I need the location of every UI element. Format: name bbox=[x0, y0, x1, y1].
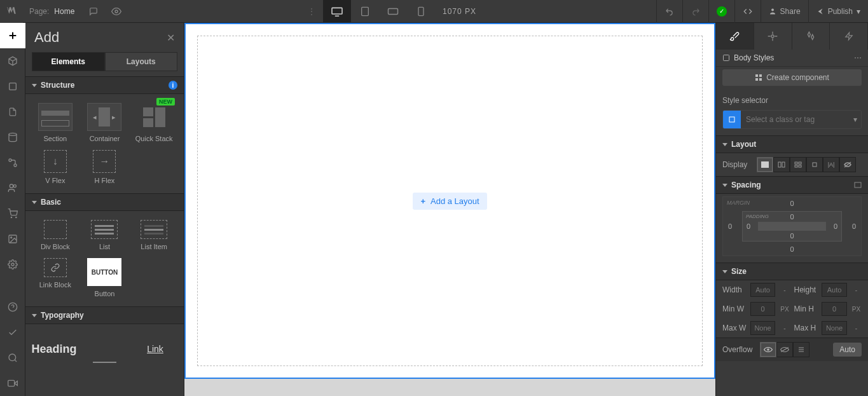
width-input[interactable]: Auto bbox=[750, 283, 776, 297]
code-export-button[interactable] bbox=[734, 0, 761, 23]
item-container[interactable]: ◂▸ Container bbox=[81, 100, 128, 145]
create-component-button[interactable]: Create component bbox=[722, 69, 862, 86]
nav-ecommerce-icon[interactable] bbox=[0, 201, 25, 226]
nav-audit-icon[interactable] bbox=[0, 320, 25, 345]
tab-effects-bolt-icon[interactable] bbox=[830, 23, 868, 50]
svg-point-10 bbox=[9, 133, 17, 135]
breakpoint-desktop-button[interactable] bbox=[323, 0, 351, 23]
info-icon[interactable]: i bbox=[169, 81, 177, 90]
overflow-visible-button[interactable] bbox=[760, 342, 776, 357]
breakpoint-tablet-button[interactable] bbox=[351, 0, 379, 23]
overflow-hidden-button[interactable] bbox=[776, 342, 793, 357]
nav-settings-icon[interactable] bbox=[0, 252, 25, 277]
item-heading[interactable]: Heading bbox=[32, 340, 76, 358]
item-linkblock[interactable]: Link Block bbox=[32, 256, 79, 300]
svg-rect-34 bbox=[761, 161, 769, 168]
display-flex-button[interactable] bbox=[773, 157, 790, 172]
nav-navigator-icon[interactable] bbox=[0, 74, 25, 99]
breakpoint-landscape-button[interactable] bbox=[379, 0, 407, 23]
section-structure[interactable]: Structure i bbox=[25, 76, 184, 94]
item-quickstack[interactable]: NEW Quick Stack bbox=[130, 100, 177, 145]
tab-interactions-drops-icon[interactable] bbox=[792, 23, 830, 50]
maxw-input[interactable]: None bbox=[750, 321, 776, 335]
nav-assets-icon[interactable] bbox=[0, 226, 25, 252]
padding-top-value[interactable]: 0 bbox=[790, 213, 794, 221]
webflow-logo-icon[interactable] bbox=[0, 0, 23, 23]
nav-search-icon[interactable] bbox=[0, 345, 25, 371]
maxh-input[interactable]: None bbox=[822, 321, 847, 335]
class-selector[interactable]: Select a class or tag ▾ bbox=[722, 110, 862, 129]
nav-users-icon[interactable] bbox=[0, 175, 25, 201]
status-indicator[interactable]: ✓ bbox=[708, 0, 734, 23]
spacing-editor[interactable]: MARGIN 0 0 0 0 PADDING 0 0 0 0 bbox=[722, 196, 862, 256]
padding-right-value[interactable]: 0 bbox=[834, 222, 837, 230]
tab-settings-gear-icon[interactable] bbox=[754, 23, 792, 50]
item-divblock[interactable]: Div Block bbox=[32, 217, 79, 253]
publish-button[interactable]: Publish ▾ bbox=[808, 0, 868, 23]
page-name[interactable]: Home bbox=[54, 7, 82, 16]
expand-spacing-icon[interactable] bbox=[854, 182, 862, 188]
item-vflex[interactable]: ↓ V Flex bbox=[32, 147, 79, 187]
margin-right-value[interactable]: 0 bbox=[852, 222, 856, 230]
nav-logic-icon[interactable] bbox=[0, 150, 25, 175]
margin-left-value[interactable]: 0 bbox=[728, 222, 732, 230]
add-elements-button[interactable] bbox=[0, 23, 25, 48]
item-list[interactable]: List bbox=[81, 217, 128, 253]
margin-top-value[interactable]: 0 bbox=[790, 200, 794, 207]
nav-video-icon[interactable] bbox=[0, 371, 25, 396]
nav-pages-icon[interactable] bbox=[0, 99, 25, 125]
item-section[interactable]: Section bbox=[32, 100, 79, 145]
svg-rect-1 bbox=[332, 8, 342, 14]
display-grid-button[interactable] bbox=[790, 157, 806, 172]
add-layout-button[interactable]: + Add a Layout bbox=[413, 193, 486, 210]
overflow-scroll-button[interactable] bbox=[793, 342, 809, 357]
body-canvas[interactable]: + Add a Layout bbox=[184, 23, 715, 379]
display-inline-button[interactable]: |A| bbox=[823, 157, 839, 172]
padding-bottom-value[interactable]: 0 bbox=[790, 232, 794, 240]
section-layout[interactable]: Layout bbox=[716, 135, 868, 153]
nav-cube-icon[interactable] bbox=[0, 48, 25, 74]
section-basic[interactable]: Basic bbox=[25, 193, 184, 211]
overflow-auto-button[interactable]: Auto bbox=[833, 343, 862, 357]
minh-input[interactable]: 0 bbox=[822, 302, 847, 316]
svg-rect-33 bbox=[729, 117, 734, 122]
comment-icon[interactable] bbox=[82, 0, 105, 23]
margin-bottom-value[interactable]: 0 bbox=[790, 245, 794, 253]
drop-zone[interactable]: + Add a Layout bbox=[197, 36, 703, 366]
redo-button[interactable] bbox=[682, 0, 708, 23]
share-button[interactable]: Share bbox=[761, 0, 808, 23]
undo-button[interactable] bbox=[656, 0, 682, 23]
section-size[interactable]: Size bbox=[716, 263, 868, 280]
svg-point-18 bbox=[11, 237, 12, 238]
style-selector-label: Style selector bbox=[716, 91, 868, 110]
preview-eye-icon[interactable] bbox=[105, 0, 128, 23]
more-dots-icon[interactable]: ⋯ bbox=[854, 53, 862, 62]
more-icon[interactable]: ⋮ bbox=[300, 0, 323, 23]
height-input[interactable]: Auto bbox=[822, 283, 847, 297]
display-inlineblock-button[interactable] bbox=[806, 157, 823, 172]
item-hflex[interactable]: → H Flex bbox=[81, 147, 128, 187]
tab-style-brush-icon[interactable] bbox=[716, 23, 754, 50]
padding-left-value[interactable]: 0 bbox=[747, 222, 750, 230]
item-link[interactable]: Link bbox=[133, 341, 177, 357]
canvas-width[interactable]: 1070 PX bbox=[435, 7, 484, 16]
tab-layouts[interactable]: Layouts bbox=[105, 52, 178, 71]
display-none-button[interactable] bbox=[839, 157, 856, 172]
minw-input[interactable]: 0 bbox=[750, 302, 776, 316]
breakpoint-mobile-button[interactable] bbox=[407, 0, 435, 23]
section-typography[interactable]: Typography bbox=[25, 306, 184, 324]
item-button[interactable]: BUTTON Button bbox=[81, 256, 128, 300]
nav-help-icon[interactable] bbox=[0, 294, 25, 320]
section-spacing[interactable]: Spacing bbox=[716, 176, 868, 194]
class-selector-placeholder: Select a class or tag bbox=[741, 115, 850, 124]
body-icon bbox=[722, 54, 730, 62]
display-block-button[interactable] bbox=[757, 157, 773, 172]
tab-elements[interactable]: Elements bbox=[32, 52, 105, 71]
item-listitem[interactable]: List Item bbox=[130, 217, 177, 253]
svg-line-23 bbox=[15, 360, 17, 362]
close-icon[interactable]: ✕ bbox=[167, 32, 175, 44]
item-paragraph[interactable] bbox=[83, 331, 127, 367]
svg-rect-35 bbox=[778, 162, 781, 167]
nav-cms-icon[interactable] bbox=[0, 125, 25, 150]
caret-down-icon bbox=[32, 201, 37, 204]
